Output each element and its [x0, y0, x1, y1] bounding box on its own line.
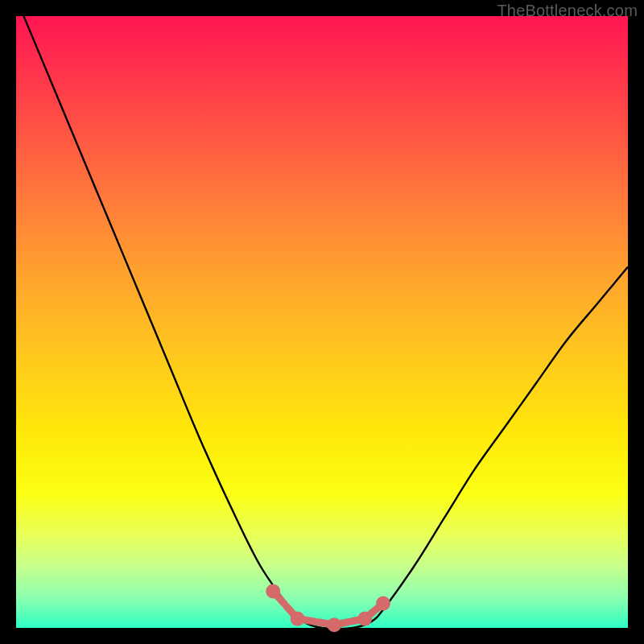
chart-frame: TheBottleneck.com	[0, 0, 644, 644]
trough-dash-group	[270, 588, 387, 629]
trough-dash-cap	[361, 615, 369, 622]
curve-svg	[16, 16, 628, 628]
bottleneck-curve	[16, 0, 628, 629]
trough-dash-cap	[380, 600, 387, 607]
trough-dash	[318, 622, 329, 624]
trough-dash-cap	[270, 588, 277, 595]
trough-dash	[303, 620, 314, 621]
trough-dash-cap	[331, 621, 338, 629]
plot-area	[16, 16, 628, 628]
trough-dash-cap	[294, 615, 301, 622]
